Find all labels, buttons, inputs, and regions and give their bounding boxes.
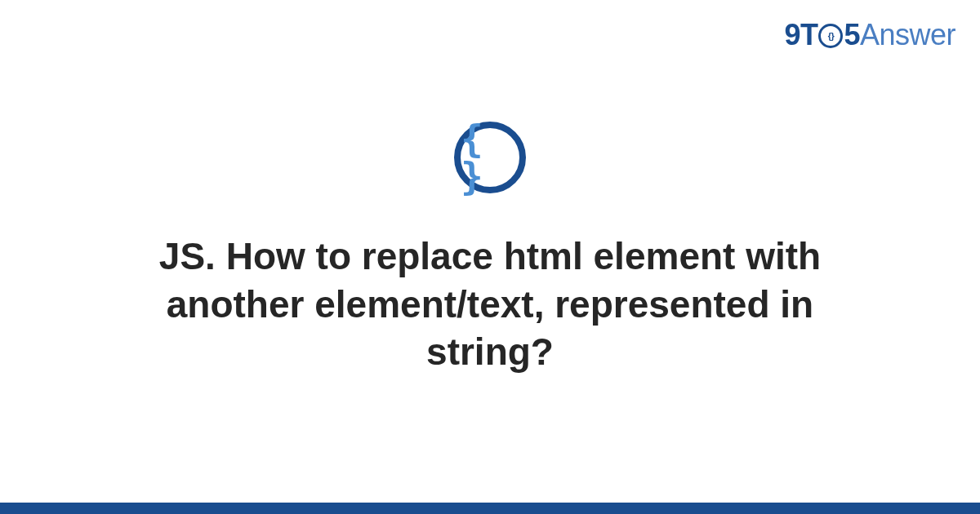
topic-icon-wrap: { }	[454, 122, 526, 193]
braces-icon: { }	[461, 120, 519, 195]
question-title: JS. How to replace html element with ano…	[114, 233, 866, 377]
topic-icon-circle: { }	[454, 122, 526, 193]
main-content: { } JS. How to replace html element with…	[0, 0, 980, 514]
footer-accent-bar	[0, 503, 980, 514]
